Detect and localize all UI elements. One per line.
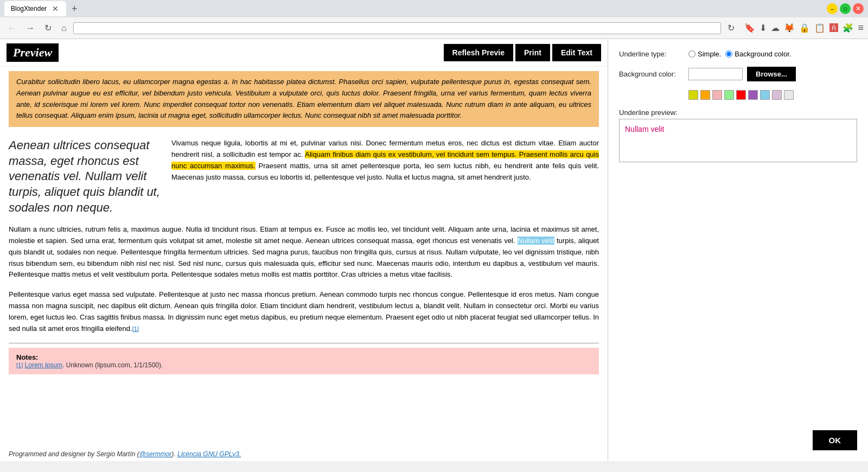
underline-type-row: Underline type: Simple. Background color… — [619, 50, 857, 58]
tab-title: BlogXtender — [11, 5, 47, 12]
footnote-link[interactable]: [1] — [132, 326, 139, 332]
two-column-section: Aenean ultrices consequat massa, eget rh… — [9, 138, 599, 215]
pocket-icon[interactable]: 🔖 — [744, 23, 755, 33]
print-button[interactable]: Print — [515, 44, 550, 61]
preview-scroll[interactable]: Curabitur sollicitudin libero lacus, eu … — [0, 66, 608, 447]
footer-credit: Programmed and designer by Sergio Martín… — [0, 447, 608, 461]
main-paragraph-1: Nullam a nunc ultricies, rutrum felis a,… — [9, 224, 599, 280]
divider — [9, 343, 599, 343]
radio-simple-text: Simple. — [698, 50, 721, 58]
notes-content: [1] Lorem ipsum. Unknown (lipsum.com, 1/… — [16, 361, 591, 369]
controls-panel: Underline type: Simple. Background color… — [608, 39, 868, 461]
sync-icon[interactable]: ☁ — [771, 23, 780, 33]
swatch-pink[interactable] — [712, 90, 722, 100]
right-col-para1: Vivamus neque ligula, lobortis at mi et,… — [171, 138, 599, 183]
nav-icons: 🔖 ⬇ ☁ 🦊 🔒 📋 🅰 🧩 ≡ — [744, 22, 864, 34]
bg-color-input[interactable]: ffd0df — [688, 68, 743, 80]
swatch-blue[interactable] — [760, 90, 770, 100]
left-column: Aenean ultrices consequat massa, eget rh… — [9, 138, 161, 215]
preview-panel: Preview Reflesh Previe Print Edit Text C… — [0, 39, 608, 461]
history-icon[interactable]: 📋 — [814, 23, 825, 33]
security-icon[interactable]: 🔒 — [799, 23, 810, 33]
radio-simple[interactable] — [688, 50, 695, 58]
hamburger-menu[interactable]: ≡ — [858, 22, 864, 34]
twitter-link[interactable]: @sermmor — [139, 450, 172, 458]
browser-titlebar: BlogXtender ✕ + – □ ✕ — [0, 0, 868, 17]
firefox-icon: 🦊 — [784, 23, 795, 33]
main-content: Preview Reflesh Previe Print Edit Text C… — [0, 39, 868, 461]
notes-footnote-link[interactable]: [1] — [16, 362, 23, 368]
license-link[interactable]: Licencia GNU GPLv3. — [177, 450, 241, 458]
forward-button[interactable]: → — [23, 22, 38, 34]
highlight-block: Curabitur sollicitudin libero lacus, eu … — [9, 71, 599, 127]
notes-section: Notes: [1] Lorem ipsum. Unknown (lipsum.… — [9, 348, 599, 374]
refresh-preview-button[interactable]: Reflesh Previe — [444, 44, 514, 61]
browse-button[interactable]: Browse... — [747, 67, 796, 81]
window-controls: – □ ✕ — [827, 3, 864, 14]
refresh-page-button[interactable]: ↻ — [724, 22, 738, 34]
highlight-yellow-text: Aliquam finibus diam quis ex vestibulum,… — [171, 150, 599, 170]
right-column: Vivamus neque ligula, lobortis at mi et,… — [171, 138, 599, 215]
color-swatches-row — [619, 90, 857, 100]
radio-background-label[interactable]: Background color. — [725, 50, 791, 58]
bg-color-label: Background color: — [619, 70, 684, 78]
preview-buttons: Reflesh Previe Print Edit Text — [444, 44, 601, 61]
color-swatches — [688, 90, 794, 100]
lorem-ipsum-link[interactable]: Lorem ipsum — [25, 361, 62, 369]
underline-preview-label: Underline preview: — [619, 109, 857, 117]
preview-title: Preview — [7, 43, 59, 62]
left-col-text: Aenean ultrices consequat massa, eget rh… — [9, 138, 160, 214]
preview-text: Nullam velit — [625, 125, 664, 133]
maximize-button[interactable]: □ — [840, 3, 851, 14]
radio-background[interactable] — [725, 50, 732, 58]
swatch-gray[interactable] — [784, 90, 794, 100]
underline-type-label: Underline type: — [619, 50, 684, 58]
highlight-block-text: Curabitur sollicitudin libero lacus, eu … — [16, 78, 591, 119]
browser-tab[interactable]: BlogXtender ✕ — [4, 1, 66, 16]
url-bar[interactable]: file:///D:/DESCARGAS/MVWin7/blogXtender/… — [73, 22, 722, 34]
edit-text-button[interactable]: Edit Text — [552, 44, 601, 61]
download-icon[interactable]: ⬇ — [760, 23, 767, 33]
new-tab-button[interactable]: + — [68, 3, 81, 15]
radio-simple-label[interactable]: Simple. — [688, 50, 721, 58]
swatch-yellow[interactable] — [688, 90, 698, 100]
refresh-button[interactable]: ↻ — [41, 22, 55, 34]
ok-button[interactable]: OK — [813, 430, 858, 450]
addon-icon[interactable]: 🅰 — [829, 23, 838, 33]
tab-close-button[interactable]: ✕ — [51, 4, 60, 13]
swatch-red[interactable] — [736, 90, 746, 100]
main-paragraph-2: Pellentesque varius eget massa sed vulpu… — [9, 289, 599, 334]
background-color-row: Background color: ffd0df Browse... — [619, 67, 857, 81]
underline-preview-section: Underline preview: Nullam velit — [619, 109, 857, 162]
home-button[interactable]: ⌂ — [58, 22, 70, 34]
back-button[interactable]: ← — [4, 22, 20, 34]
swatch-lavender[interactable] — [772, 90, 782, 100]
preview-header: Preview Reflesh Previe Print Edit Text — [0, 39, 608, 66]
extensions-icon[interactable]: 🧩 — [843, 23, 853, 33]
close-button[interactable]: ✕ — [853, 3, 864, 14]
notes-title: Notes: — [16, 353, 591, 361]
swatch-orange[interactable] — [700, 90, 710, 100]
browser-navbar: ← → ↻ ⌂ file:///D:/DESCARGAS/MVWin7/blog… — [0, 17, 868, 39]
swatch-purple[interactable] — [748, 90, 758, 100]
swatch-green[interactable] — [724, 90, 734, 100]
minimize-button[interactable]: – — [827, 3, 838, 14]
selected-word: Nullam velit — [518, 237, 554, 245]
radio-background-text: Background color. — [735, 50, 791, 58]
underline-preview-box: Nullam velit — [619, 119, 857, 162]
